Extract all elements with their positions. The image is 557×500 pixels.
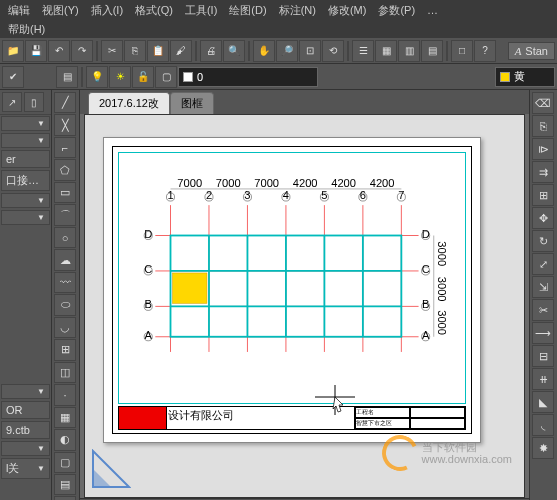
- array-icon[interactable]: ⊞: [532, 184, 554, 206]
- zoom-icon[interactable]: 🔎: [276, 40, 298, 62]
- help-icon[interactable]: ?: [474, 40, 496, 62]
- line-icon[interactable]: ╱: [54, 92, 76, 113]
- block-icon[interactable]: □: [451, 40, 473, 62]
- panel-row-ctb[interactable]: 9.ctb: [1, 421, 50, 439]
- panel-row-guan[interactable]: l关▼: [1, 458, 50, 479]
- pan-icon[interactable]: ✋: [253, 40, 275, 62]
- panel-row-3[interactable]: ▼: [1, 193, 50, 208]
- main-area: ↗ ▯ ▼ ▼ er 口接… ▼ ▼ ▼ OR 9.ctb ▼ l关▼ ╱ ╳ …: [0, 90, 557, 500]
- menu-format[interactable]: 格式(Q): [129, 1, 179, 20]
- toolbar-layers: ✔ ▤ 💡 ☀ 🔓 ▢ 0 黄: [0, 64, 557, 90]
- hatch-icon[interactable]: ▦: [54, 407, 76, 428]
- ucs-icon: [91, 449, 131, 489]
- tab-drawing-1[interactable]: 2017.6.12改: [88, 92, 170, 114]
- calc-icon[interactable]: ▤: [421, 40, 443, 62]
- trim-icon[interactable]: ✂: [532, 299, 554, 321]
- xline-icon[interactable]: ╳: [54, 114, 76, 135]
- zoom-window-icon[interactable]: ⊡: [299, 40, 321, 62]
- copy-icon[interactable]: ⎘: [124, 40, 146, 62]
- paste-icon[interactable]: 📋: [147, 40, 169, 62]
- offset-icon[interactable]: ⇉: [532, 161, 554, 183]
- layer-color-swatch: [183, 72, 193, 82]
- move-icon[interactable]: ✥: [532, 207, 554, 229]
- menu-help[interactable]: 帮助(H): [2, 20, 51, 39]
- tab-drawing-2[interactable]: 图框: [170, 92, 214, 114]
- layer-color-icon[interactable]: ▢: [155, 66, 177, 88]
- copy-obj-icon[interactable]: ⎘: [532, 115, 554, 137]
- panel-row-1[interactable]: ▼: [1, 116, 50, 131]
- panel-row-jie[interactable]: 口接…: [1, 170, 50, 191]
- stretch-icon[interactable]: ⇲: [532, 276, 554, 298]
- extend-icon[interactable]: ⟶: [532, 322, 554, 344]
- arc-icon[interactable]: ⌒: [54, 204, 76, 225]
- preview-icon[interactable]: 🔍: [223, 40, 245, 62]
- break-icon[interactable]: ⊟: [532, 345, 554, 367]
- menu-more[interactable]: …: [421, 2, 444, 18]
- scale-icon[interactable]: ⤢: [532, 253, 554, 275]
- point-icon[interactable]: ·: [54, 384, 76, 405]
- polyline-icon[interactable]: ⌐: [54, 137, 76, 158]
- layer-dropdown[interactable]: 0: [178, 67, 318, 87]
- cut-icon[interactable]: ✂: [101, 40, 123, 62]
- panel-row-6[interactable]: ▼: [1, 441, 50, 456]
- panel-row-er[interactable]: er: [1, 150, 50, 168]
- mtext-icon[interactable]: A: [54, 496, 76, 500]
- table-icon[interactable]: ▤: [54, 474, 76, 495]
- panel-row-2[interactable]: ▼: [1, 133, 50, 148]
- menu-bar-2: 帮助(H): [0, 20, 557, 38]
- menu-annotate[interactable]: 标注(N): [273, 1, 322, 20]
- paper-sheet: 123 4567 DCBA DCBA 700070007000 42004200…: [103, 137, 481, 443]
- chamfer-icon[interactable]: ◣: [532, 391, 554, 413]
- print-icon[interactable]: 🖨: [200, 40, 222, 62]
- rotate-icon[interactable]: ↻: [532, 230, 554, 252]
- circle-icon[interactable]: ○: [54, 227, 76, 248]
- polygon-icon[interactable]: ⬠: [54, 159, 76, 180]
- erase-icon[interactable]: ⌫: [532, 92, 554, 114]
- save-icon[interactable]: 💾: [25, 40, 47, 62]
- layer-props-icon[interactable]: ✔: [2, 66, 24, 88]
- ellipse-icon[interactable]: ⬭: [54, 294, 76, 315]
- color-dropdown[interactable]: 黄: [495, 67, 555, 87]
- layer-manager-icon[interactable]: ▤: [56, 66, 78, 88]
- menu-insert[interactable]: 插入(I): [85, 1, 129, 20]
- text-style-dropdown[interactable]: A Stan: [508, 42, 555, 60]
- join-icon[interactable]: ⧺: [532, 368, 554, 390]
- layer-lightbulb-icon[interactable]: 💡: [86, 66, 108, 88]
- make-block-icon[interactable]: ◫: [54, 362, 76, 383]
- ellipse-arc-icon[interactable]: ◡: [54, 317, 76, 338]
- panel-pick-icon[interactable]: ↗: [2, 92, 22, 112]
- mirror-icon[interactable]: ⧐: [532, 138, 554, 160]
- floor-plan-drawing: 123 4567 DCBA DCBA 700070007000 42004200…: [130, 170, 454, 382]
- menu-params[interactable]: 参数(P): [372, 1, 421, 20]
- menu-view[interactable]: 视图(Y): [36, 1, 85, 20]
- gradient-icon[interactable]: ◐: [54, 429, 76, 450]
- rectangle-icon[interactable]: ▭: [54, 182, 76, 203]
- sheet-icon[interactable]: ▦: [375, 40, 397, 62]
- panel-row-5[interactable]: ▼: [1, 384, 50, 399]
- svg-text:6: 6: [360, 189, 366, 201]
- svg-text:7000: 7000: [216, 177, 241, 189]
- paper-space-canvas[interactable]: 123 4567 DCBA DCBA 700070007000 42004200…: [84, 114, 525, 498]
- zoom-prev-icon[interactable]: ⟲: [322, 40, 344, 62]
- layer-sun-icon[interactable]: ☀: [109, 66, 131, 88]
- tool-palette-icon[interactable]: ▥: [398, 40, 420, 62]
- undo-icon[interactable]: ↶: [48, 40, 70, 62]
- properties-icon[interactable]: ☰: [352, 40, 374, 62]
- menu-edit[interactable]: 编辑: [2, 1, 36, 20]
- menu-draw[interactable]: 绘图(D): [223, 1, 272, 20]
- redo-icon[interactable]: ↷: [71, 40, 93, 62]
- fillet-icon[interactable]: ◟: [532, 414, 554, 436]
- revcloud-icon[interactable]: ☁: [54, 249, 76, 270]
- match-icon[interactable]: 🖌: [170, 40, 192, 62]
- panel-row-4[interactable]: ▼: [1, 210, 50, 225]
- region-icon[interactable]: ▢: [54, 452, 76, 473]
- spline-icon[interactable]: 〰: [54, 272, 76, 293]
- explode-icon[interactable]: ✸: [532, 437, 554, 459]
- panel-row-or[interactable]: OR: [1, 401, 50, 419]
- panel-select-icon[interactable]: ▯: [24, 92, 44, 112]
- menu-modify[interactable]: 修改(M): [322, 1, 373, 20]
- insert-block-icon[interactable]: ⊞: [54, 339, 76, 360]
- open-icon[interactable]: 📁: [2, 40, 24, 62]
- menu-tools[interactable]: 工具(I): [179, 1, 223, 20]
- layer-lock-icon[interactable]: 🔓: [132, 66, 154, 88]
